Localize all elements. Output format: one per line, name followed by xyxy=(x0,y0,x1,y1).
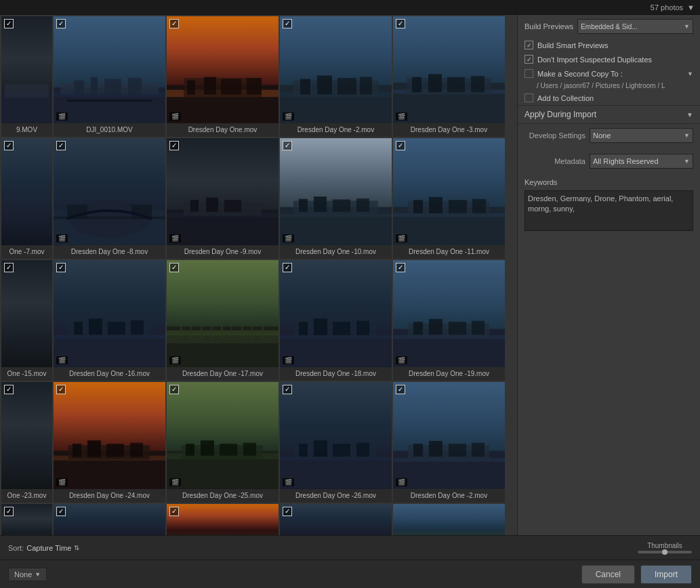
smart-previews-row[interactable]: Build Smart Previews xyxy=(518,38,700,52)
thumb-checkbox[interactable] xyxy=(169,141,179,150)
thumb-checkbox[interactable] xyxy=(283,263,292,272)
build-previews-value: Embedded & Sid... xyxy=(581,23,637,30)
thumb-checkbox[interactable] xyxy=(283,385,292,394)
list-item[interactable] xyxy=(167,504,279,535)
thumb-checkbox[interactable] xyxy=(56,263,66,272)
add-collection-checkbox[interactable] xyxy=(524,93,533,102)
sort-icon[interactable]: ▼ xyxy=(687,3,695,12)
btn-group: Cancel Import xyxy=(581,565,692,584)
keywords-field[interactable]: Dresden, Germany, Drone, Phantom, aerial… xyxy=(524,190,693,231)
list-item[interactable]: 🎬 DJI_0010.MOV xyxy=(54,16,165,137)
thumb-checkbox[interactable] xyxy=(4,507,14,516)
svg-rect-79 xyxy=(314,318,327,335)
thumb-checkbox[interactable] xyxy=(56,141,66,150)
video-icon: 🎬 xyxy=(285,235,292,242)
thumb-checkbox[interactable] xyxy=(396,263,405,272)
list-item[interactable]: 🎬 Dresden Day One -10.mov xyxy=(280,138,392,259)
list-item[interactable] xyxy=(54,504,165,535)
list-item[interactable]: 🎬 Dresden Day One -17.mov xyxy=(167,260,279,381)
list-item[interactable]: One -15.mov xyxy=(1,260,52,381)
add-collection-row[interactable]: Add to Collection xyxy=(518,91,700,105)
second-copy-row[interactable]: Make a Second Copy To : ▼ xyxy=(518,66,700,81)
svg-rect-39 xyxy=(190,200,199,212)
thumb-checkbox[interactable] xyxy=(169,19,179,28)
list-item[interactable]: 🎬 Dresden Day One -9.mov xyxy=(167,138,279,259)
develop-settings-dropdown[interactable]: None ▼ xyxy=(590,128,693,143)
svg-rect-27 xyxy=(412,77,421,92)
svg-rect-114 xyxy=(429,441,442,457)
list-item[interactable]: 🎬 Dresden Day One -11.mov xyxy=(393,138,505,259)
thumb-checkbox[interactable] xyxy=(56,385,66,394)
list-item[interactable]: 🎬 Dresden Day One -16.mov xyxy=(54,260,165,381)
thumb-label: Dresden Day One -19.mov xyxy=(393,367,505,381)
dont-import-duplicates-checkbox[interactable] xyxy=(524,55,533,64)
thumb-checkbox[interactable] xyxy=(396,19,405,28)
thumb-checkbox[interactable] xyxy=(283,19,292,28)
cancel-button[interactable]: Cancel xyxy=(581,565,635,584)
video-icon: 🎬 xyxy=(398,357,405,364)
list-item[interactable]: 🎬 Dresden Day One -25.mov xyxy=(167,382,279,503)
svg-rect-108 xyxy=(333,444,350,457)
svg-rect-8 xyxy=(104,79,121,95)
second-copy-label: Make a Second Copy To : xyxy=(537,70,623,78)
svg-rect-5 xyxy=(67,100,152,102)
list-item[interactable] xyxy=(1,504,52,535)
thumb-checkbox[interactable] xyxy=(56,19,66,28)
list-item[interactable] xyxy=(280,504,392,535)
metadata-label: Metadata xyxy=(524,157,585,165)
sort-value[interactable]: Capture Time xyxy=(26,544,71,552)
list-item[interactable]: 🎬 Dresden Day One -18.mov xyxy=(280,260,392,381)
thumb-checkbox[interactable] xyxy=(4,19,14,28)
thumb-checkbox[interactable] xyxy=(169,507,179,516)
smart-previews-checkbox[interactable] xyxy=(524,41,533,49)
apply-during-import-title: Apply During Import xyxy=(524,110,596,119)
list-item[interactable]: 9.MOV xyxy=(1,16,52,137)
sort-arrows-icon[interactable]: ⇅ xyxy=(74,544,79,551)
import-button[interactable]: Import xyxy=(640,565,692,584)
video-badge: 🎬 xyxy=(56,234,68,243)
thumb-checkbox[interactable] xyxy=(4,141,14,150)
svg-rect-53 xyxy=(429,197,442,213)
metadata-dropdown[interactable]: All Rights Reserved ▼ xyxy=(590,154,693,169)
svg-rect-102 xyxy=(243,443,256,456)
dont-import-duplicates-row[interactable]: Don't Import Suspected Duplicates xyxy=(518,52,700,66)
second-copy-checkbox[interactable] xyxy=(524,69,533,78)
list-item[interactable]: One -23.mov xyxy=(1,382,52,503)
svg-rect-45 xyxy=(299,199,308,212)
thumb-checkbox[interactable] xyxy=(283,507,292,516)
thumbnails-slider[interactable] xyxy=(638,551,692,553)
list-item[interactable]: One -7.mov xyxy=(1,138,52,259)
list-item[interactable]: 🎬 Dresden Day One -26.mov xyxy=(280,382,392,503)
thumb-label: Dresden Day One -16.mov xyxy=(54,367,165,381)
keywords-value: Dresden, Germany, Drone, Phantom, aerial… xyxy=(528,194,673,213)
thumb-image: 🎬 xyxy=(167,260,279,367)
build-previews-dropdown[interactable]: Embedded & Sid... ▼ xyxy=(577,19,693,34)
thumb-label: Dresden Day One -10.mov xyxy=(280,245,392,259)
svg-rect-95 xyxy=(130,443,143,457)
thumb-image: 🎬 xyxy=(280,260,392,367)
svg-rect-54 xyxy=(449,200,467,213)
video-badge: 🎬 xyxy=(283,356,294,364)
list-item[interactable]: 🎬 Dresden Day One -19.mov xyxy=(393,260,505,381)
apply-expand-icon[interactable]: ▼ xyxy=(686,111,693,119)
thumb-checkbox[interactable] xyxy=(169,385,179,394)
thumb-checkbox[interactable] xyxy=(56,507,66,516)
thumb-checkbox[interactable] xyxy=(4,263,14,272)
none-dropdown[interactable]: None ▼ xyxy=(8,568,47,581)
list-item[interactable]: 🎬 Dresden Day One.mov xyxy=(167,16,279,137)
thumb-checkbox[interactable] xyxy=(169,263,179,272)
right-panel: Build Previews Embedded & Sid... ▼ Build… xyxy=(517,15,700,535)
list-item[interactable]: 🎬 Dresden Day One -3.mov xyxy=(393,16,505,137)
thumb-checkbox[interactable] xyxy=(396,141,405,150)
thumb-checkbox[interactable] xyxy=(396,385,405,394)
thumb-checkbox[interactable] xyxy=(4,385,14,394)
thumb-checkbox[interactable] xyxy=(283,141,292,150)
list-item[interactable]: 🎬 Dresden Day One -8.mov xyxy=(54,138,165,259)
list-item[interactable]: 🎬 Dresden Day One -2.mov xyxy=(280,16,392,137)
list-item[interactable]: 🎬 Dresden Day One -2.mov xyxy=(393,382,505,503)
list-item[interactable] xyxy=(393,504,505,535)
slider-thumb[interactable] xyxy=(662,549,667,555)
build-previews-label: Build Previews xyxy=(524,22,573,30)
list-item[interactable]: 🎬 Dresden Day One -24.mov xyxy=(54,382,165,503)
video-icon: 🎬 xyxy=(58,357,66,364)
